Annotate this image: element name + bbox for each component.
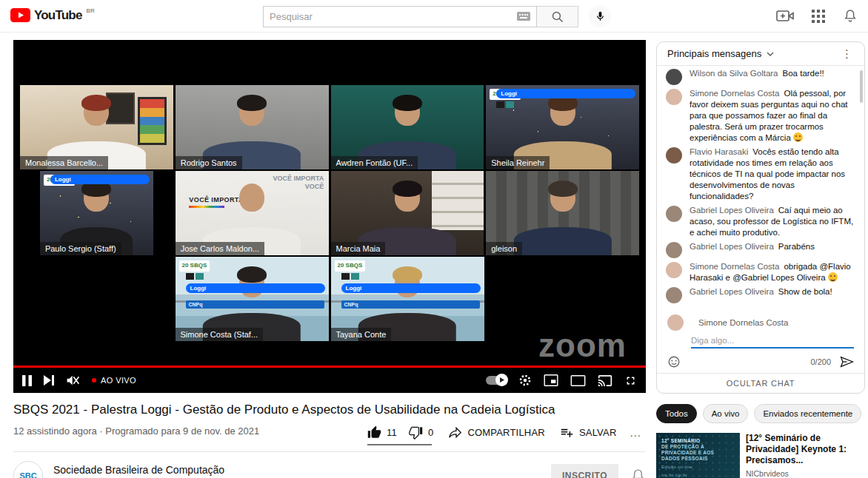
search-button[interactable] xyxy=(537,6,578,27)
cast-button[interactable] xyxy=(598,371,612,389)
participant-grid: Monalessa Barcello...Rodrigo SantosAwdre… xyxy=(20,85,639,343)
loggi-logo: Loggi xyxy=(496,89,635,98)
channel-notifications-button[interactable] xyxy=(630,468,646,478)
video-actions: 11 0 COMPARTILHAR SALVAR ... xyxy=(361,420,646,445)
cnpq-logo: CNPq xyxy=(186,300,324,309)
autoplay-toggle-knob xyxy=(495,374,508,386)
suggested-video[interactable]: 12° SEMINÁRIO DE PROTEÇÃO À PRIVACIDADE … xyxy=(656,433,865,478)
chat-input[interactable] xyxy=(691,334,854,347)
channel-avatar[interactable]: SBC xyxy=(13,461,43,478)
chat-author[interactable]: Gabriel Lopes Oliveira xyxy=(690,287,774,296)
mute-button[interactable] xyxy=(66,371,80,389)
tile-slot: 20 SBQSLoggiCNPqTayana Conte xyxy=(331,257,484,341)
pause-icon xyxy=(22,375,32,386)
keyboard-icon[interactable] xyxy=(517,12,530,21)
chat-filter-dropdown[interactable]: Principais mensagens xyxy=(667,48,774,59)
person-head xyxy=(239,184,264,212)
chat-author[interactable]: Gabriel Lopes Oliveira xyxy=(690,242,774,251)
channel-name[interactable]: Sociedade Brasileira de Computação xyxy=(53,464,551,476)
suggested-title[interactable]: [12° Seminário de Privacidade] Keynote 1… xyxy=(746,433,865,466)
suggested-channel[interactable]: NICbrvideos xyxy=(746,469,865,478)
filter-chip[interactable]: Enviados recentemente xyxy=(754,404,861,423)
next-button[interactable] xyxy=(44,371,54,389)
notifications-button[interactable] xyxy=(843,8,858,24)
chat-avatar[interactable] xyxy=(666,147,682,164)
filter-chip[interactable]: Todos xyxy=(656,404,697,423)
tile-slot: Monalessa Barcello... xyxy=(20,85,173,169)
player-controls-left: AO VIVO xyxy=(22,371,136,389)
miniplayer-button[interactable] xyxy=(544,371,558,389)
chat-avatar[interactable] xyxy=(666,69,682,85)
subscribed-button[interactable]: INSCRITO xyxy=(551,464,618,478)
chevron-down-icon xyxy=(767,52,774,56)
chat-message: Gabriel Lopes OliveiraShow de bola! xyxy=(666,285,857,305)
participant-tile: gleison xyxy=(486,171,639,255)
youtube-logo[interactable]: YouTube BR xyxy=(10,8,95,22)
rating-buttons: 11 0 xyxy=(361,420,439,445)
suggested-thumbnail[interactable]: 12° SEMINÁRIO DE PROTEÇÃO À PRIVACIDADE … xyxy=(656,433,740,478)
bell-icon xyxy=(843,8,858,24)
chat-text: Boa tarde!! xyxy=(783,69,824,78)
save-label: SALVAR xyxy=(579,427,617,438)
thumb-text: Edição on-line xyxy=(661,464,737,470)
save-button[interactable]: SALVAR xyxy=(554,420,623,445)
self-name: Simone Dornelas Costa xyxy=(698,318,788,327)
theater-mode-button[interactable] xyxy=(570,371,586,389)
chat-avatar[interactable] xyxy=(666,287,682,303)
live-chat-panel: Principais mensagens ⋮ Adolfo NetoBoa ta… xyxy=(656,41,865,394)
thumb-text: DE PROTEÇÃO À xyxy=(661,444,737,450)
send-button[interactable] xyxy=(840,356,854,368)
chips-logo xyxy=(496,101,514,108)
tile-slot: 20 SBQSLoggiSheila Reinehr xyxy=(486,85,639,169)
like-button[interactable]: 11 xyxy=(361,420,403,445)
participant-tile: Rodrigo Santos xyxy=(176,85,329,169)
self-avatar xyxy=(667,314,684,331)
person-head xyxy=(550,184,575,212)
channel-info: Sociedade Brasileira de Computação 4,31 … xyxy=(53,464,551,478)
person-head xyxy=(239,98,264,126)
search-input[interactable] xyxy=(270,11,517,22)
dislike-button[interactable]: 0 xyxy=(403,420,439,445)
participant-name: Awdren Fontão (UF... xyxy=(331,156,418,169)
voice-search-button[interactable] xyxy=(589,5,611,27)
pause-button[interactable] xyxy=(22,371,32,389)
participant-tile: Awdren Fontão (UF... xyxy=(331,85,484,169)
fullscreen-button[interactable] xyxy=(624,371,637,389)
settings-button[interactable] xyxy=(518,371,532,389)
chat-avatar[interactable] xyxy=(666,262,682,278)
chat-message: Gabriel Lopes OliveiraParabéns xyxy=(666,240,857,260)
masthead: YouTube BR xyxy=(0,0,868,33)
chat-message-body: Wilson da Silva GoltaraBoa tarde!! xyxy=(690,68,824,79)
chat-avatar[interactable] xyxy=(666,206,682,222)
chips-logo xyxy=(341,273,359,280)
participant-name: Simone Costa (Staf... xyxy=(176,328,264,341)
chat-author[interactable]: Wilson da Silva Goltara xyxy=(690,69,778,78)
share-button[interactable]: COMPARTILHAR xyxy=(442,420,551,445)
youtube-logo-text: YouTube xyxy=(34,8,82,22)
participant-tile: Monalessa Barcello... xyxy=(20,85,173,169)
tile-slot: VOCÊ IMPORTA.VOCÊ IMPORTA VOCÊJose Carlo… xyxy=(176,171,329,255)
chat-author[interactable]: Gabriel Lopes Oliveira xyxy=(690,206,774,215)
chat-author[interactable]: Flavio Harasaki xyxy=(690,147,748,156)
autoplay-toggle[interactable] xyxy=(486,371,507,389)
chat-avatar[interactable] xyxy=(666,89,682,105)
participant-tile: 20 SBQSLoggiCNPqTayana Conte xyxy=(331,257,484,341)
masthead-actions xyxy=(776,8,858,24)
create-video-button[interactable] xyxy=(776,10,794,22)
player-controls: AO VIVO xyxy=(13,368,646,393)
chat-scrollbar[interactable] xyxy=(860,70,863,103)
video-player[interactable]: Monalessa Barcello...Rodrigo SantosAwdre… xyxy=(13,40,646,393)
chat-author[interactable]: Simone Dornelas Costa xyxy=(690,262,779,271)
chat-author[interactable]: Simone Dornelas Costa xyxy=(690,89,779,98)
chat-message-body: Simone Dornelas CostaOlá pessoal, por fa… xyxy=(690,88,857,144)
apps-grid-button[interactable] xyxy=(812,10,825,23)
filter-chip[interactable]: Ao vivo xyxy=(703,404,749,423)
more-actions-button[interactable]: ... xyxy=(625,420,646,445)
chat-menu-button[interactable]: ⋮ xyxy=(835,46,858,62)
participant-tile: 20 SBQSLoggiPaulo Sergio (Staff) xyxy=(40,171,153,255)
hide-chat-button[interactable]: OCULTAR CHAT xyxy=(657,373,864,393)
chat-avatar[interactable] xyxy=(666,242,682,258)
live-dot xyxy=(92,378,96,383)
emoji-picker-button[interactable] xyxy=(667,355,681,368)
tile-slot: 20 SBQSLoggiCNPqSimone Costa (Staf... xyxy=(176,257,329,341)
